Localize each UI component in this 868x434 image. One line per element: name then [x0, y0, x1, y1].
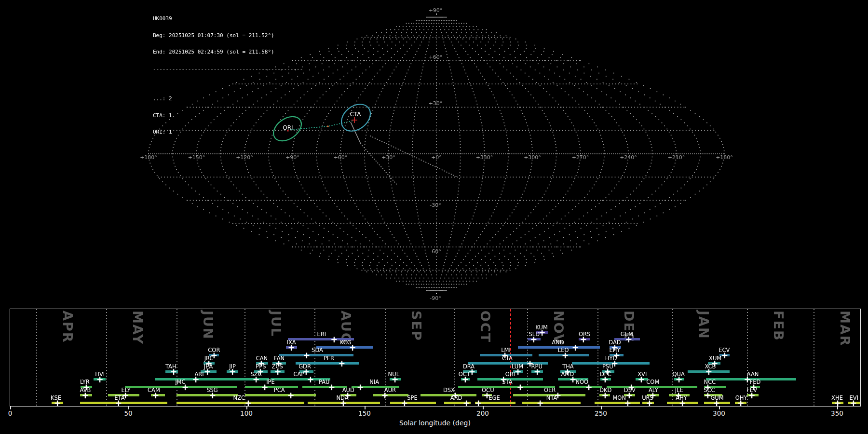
- month-label-APR: APR: [61, 311, 74, 343]
- lon-label: +180°: [716, 154, 733, 161]
- count-cta: CTA: 1: [153, 113, 303, 119]
- lon-label: +30°: [381, 154, 395, 161]
- shower-label-CTA: CTA: [502, 355, 513, 362]
- shower-label-NTA: NTA: [546, 394, 557, 401]
- shower-label-EVI: EVI: [850, 394, 859, 401]
- shower-label-SSG: SSG: [206, 387, 218, 393]
- shower-bar-STA: [458, 386, 555, 388]
- shower-label-PER: PER: [324, 355, 334, 362]
- month-line-AUG: [314, 309, 315, 406]
- shower-label-AUR: AUR: [384, 387, 396, 393]
- shower-label-SCC: SCC: [704, 387, 715, 393]
- lon-label: +60°: [334, 154, 348, 161]
- month-label-MAY: MAY: [131, 311, 144, 345]
- shower-label-ALY: ALY: [649, 387, 658, 393]
- shower-label-AHY: AHY: [676, 394, 687, 401]
- shower-label-LYR: LYR: [80, 379, 90, 385]
- shower-label-PSU: PSU: [602, 363, 613, 370]
- shower-label-URS: URS: [642, 394, 653, 401]
- shower-label-ETA: ETA: [114, 394, 124, 401]
- shower-label-FEV: FEV: [746, 387, 757, 393]
- shower-label-AMO: AMO: [561, 371, 574, 378]
- shower-label-CAP: CAP: [293, 371, 304, 378]
- lon-label: +120°: [236, 154, 253, 161]
- info-panel: UK0039 Beg: 20251025 01:07:30 (sol = 211…: [153, 5, 303, 151]
- shower-label-OER: OER: [544, 387, 556, 393]
- month-label-FEB: FEB: [772, 311, 785, 341]
- shower-bar-SPE: [390, 402, 436, 404]
- x-tick-label-300: 300: [713, 409, 725, 417]
- lon-label: +90°: [285, 154, 299, 161]
- month-label-JAN: JAN: [697, 311, 710, 339]
- lat-label: +30°: [429, 100, 443, 107]
- shower-label-AND: AND: [552, 339, 564, 346]
- shower-label-DPC: DPC: [600, 371, 611, 378]
- shower-label-QUA: QUA: [673, 371, 685, 378]
- meteor-trail: [351, 122, 361, 144]
- x-tick-label-150: 150: [358, 409, 371, 417]
- shower-label-DRA: DRA: [463, 363, 475, 370]
- shower-label-XHE: XHE: [831, 394, 843, 401]
- shower-label-DAD: DAD: [609, 339, 621, 346]
- x-tick-label-200: 200: [476, 409, 489, 417]
- x-axis-title: Solar longitude (deg): [399, 419, 471, 427]
- lat-label: +90°: [429, 7, 443, 14]
- lon-label: +330°: [476, 154, 493, 161]
- shower-label-EHY: EHY: [609, 347, 620, 353]
- begin-time: Beg: 20251025 01:07:30 (sol = 211.52°): [153, 33, 303, 39]
- shower-label-FED: FED: [750, 379, 761, 385]
- station-id: UK0039: [153, 16, 303, 22]
- shower-bar-NZC: [176, 402, 304, 404]
- shower-label-HYD: HYD: [605, 355, 617, 362]
- shower-label-SDA: SDA: [312, 347, 323, 353]
- shower-label-STA: STA: [502, 379, 512, 385]
- meteor-observation-screen: { "header": { "station": "UK0039", "beg"…: [0, 0, 868, 434]
- x-tick-label-50: 50: [124, 409, 132, 417]
- shower-label-DKD: DKD: [599, 387, 611, 393]
- shower-label-XCB: XCB: [705, 363, 716, 370]
- radiant-cross-CTA: [352, 117, 357, 123]
- month-label-JUN: JUN: [202, 311, 215, 340]
- lon-label: +180°: [140, 154, 157, 161]
- count-ori: ORI: 1: [153, 129, 303, 135]
- shower-label-OHY: OHY: [735, 394, 747, 401]
- shower-label-NUE: NUE: [388, 371, 400, 378]
- end-time: End: 20251025 02:24:59 (sol = 211.58°): [153, 49, 303, 55]
- shower-label-IPE: IPE: [266, 379, 275, 385]
- lon-label: +150°: [188, 154, 205, 161]
- count-sporadic: ...: 2: [153, 96, 303, 102]
- shower-label-AUD: AUD: [342, 387, 354, 393]
- shower-bar-IPE: [245, 386, 298, 388]
- month-label-MAR: MAR: [839, 311, 852, 347]
- shower-label-KUM: KUM: [535, 324, 548, 331]
- shower-label-NZC: NZC: [233, 394, 245, 401]
- radiant-ellipse-CTA: [336, 99, 376, 136]
- lat-label: -60°: [430, 248, 441, 255]
- activity-chart: APRMAYJUNJULAUGSEPOCTNOVDECJANFEBMAR+KUM…: [10, 309, 861, 407]
- shower-label-GEM: GEM: [621, 331, 633, 338]
- shower-label-PAU: PAU: [319, 379, 329, 385]
- x-tick-label-350: 350: [831, 409, 843, 417]
- shower-label-AVB: AVB: [80, 387, 91, 393]
- shower-label-ARD: ARD: [450, 394, 462, 401]
- month-label-OCT: OCT: [479, 311, 492, 343]
- shower-label-GUM: GUM: [710, 394, 723, 401]
- shower-label-GDR: GDR: [298, 363, 311, 370]
- shower-label-PCA: PCA: [274, 387, 285, 393]
- shower-bar-ARI: [155, 378, 245, 380]
- shower-bar-MON: [595, 402, 640, 404]
- lat-label: -90°: [430, 295, 441, 301]
- lon-label: +300°: [524, 154, 541, 161]
- separator-line: ----------------------------------------…: [153, 66, 303, 72]
- shower-label-DSX: DSX: [443, 387, 455, 393]
- shower-bar-SDA: [279, 354, 353, 356]
- month-line-JUN: [176, 309, 177, 406]
- shower-bar-JMC: [125, 386, 237, 388]
- x-tick-label-0: 0: [8, 409, 13, 417]
- shower-label-XVI: XVI: [637, 371, 647, 378]
- month-line-NOV: [527, 309, 528, 406]
- shower-bar-PCA: [245, 394, 316, 396]
- shower-label-CAM: CAM: [148, 387, 160, 393]
- shower-label-IXA: IXA: [287, 339, 296, 346]
- shower-label-HVI: HVI: [95, 371, 105, 378]
